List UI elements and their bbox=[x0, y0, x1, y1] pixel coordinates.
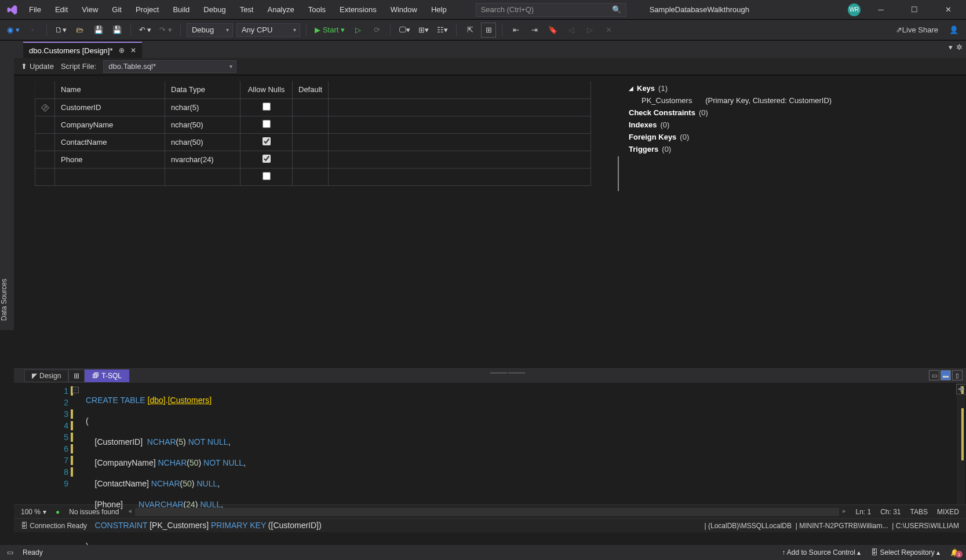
menu-window[interactable]: Window bbox=[385, 3, 423, 16]
repo-button[interactable]: 🗄 Select Repository ▴ bbox=[871, 548, 940, 557]
user-avatar[interactable]: WR bbox=[848, 3, 861, 16]
start-nodbg-button[interactable]: ▷ bbox=[351, 23, 366, 38]
pk-row[interactable]: PK_Customers (Primary Key, Clustered: Cu… bbox=[629, 94, 956, 107]
nulls-checkbox[interactable] bbox=[263, 137, 271, 145]
name-cell[interactable]: ContactName bbox=[55, 133, 165, 151]
overview-ruler[interactable] bbox=[957, 383, 965, 504]
data-sources-tab[interactable]: Data Sources bbox=[0, 41, 14, 330]
menu-file[interactable]: File bbox=[23, 3, 47, 16]
save-all-button[interactable]: 💾 bbox=[110, 23, 125, 38]
search-input[interactable]: Search (Ctrl+Q) 🔍 bbox=[476, 3, 626, 17]
close-button[interactable]: ✕ bbox=[935, 0, 961, 20]
table-row-new[interactable] bbox=[35, 168, 591, 185]
nulls-checkbox[interactable] bbox=[263, 103, 271, 111]
menu-debug[interactable]: Debug bbox=[198, 3, 231, 16]
type-cell[interactable]: nchar(50) bbox=[165, 116, 240, 133]
nav-back-button[interactable]: ◉ ▾ bbox=[5, 23, 22, 38]
col-header-type[interactable]: Data Type bbox=[165, 81, 240, 98]
undo-button[interactable]: ↶ ▾ bbox=[137, 23, 154, 38]
menu-extensions[interactable]: Extensions bbox=[334, 3, 382, 16]
indent-out-button[interactable]: ⇤ bbox=[508, 23, 523, 38]
h-scrollbar[interactable] bbox=[135, 508, 839, 516]
sql-editor[interactable]: 1− 2 3 4 5 6 7 8 9 CREATE TABLE [dbo].[C… bbox=[14, 383, 966, 504]
col-header-name[interactable]: Name bbox=[55, 81, 165, 98]
name-cell[interactable]: Phone bbox=[55, 151, 165, 168]
type-cell[interactable]: nchar(5) bbox=[165, 98, 240, 116]
tab-settings-icon[interactable]: ✲ bbox=[956, 43, 963, 52]
menu-test[interactable]: Test bbox=[234, 3, 260, 16]
pin-icon[interactable]: ⊕ bbox=[119, 46, 125, 54]
minimize-button[interactable]: ─ bbox=[867, 0, 894, 20]
script-file-dropdown[interactable]: dbo.Table.sql* bbox=[103, 60, 236, 73]
type-cell[interactable]: nchar(50) bbox=[165, 133, 240, 151]
align-button[interactable]: ⊞ bbox=[481, 23, 496, 38]
redo-button[interactable]: ↷ ▾ bbox=[157, 23, 174, 38]
default-cell[interactable] bbox=[293, 98, 329, 116]
caret-down-icon[interactable]: ◢ bbox=[629, 85, 633, 91]
col-header-default[interactable]: Default bbox=[293, 81, 329, 98]
type-cell[interactable]: nvarchar(24) bbox=[165, 151, 240, 168]
maximize-button[interactable]: ☐ bbox=[901, 0, 928, 20]
tsql-tab[interactable]: 🗊T-SQL bbox=[85, 369, 129, 382]
nulls-checkbox[interactable] bbox=[263, 155, 271, 163]
default-cell[interactable] bbox=[293, 116, 329, 133]
nulls-cell[interactable] bbox=[240, 116, 293, 133]
sql-text[interactable]: CREATE TABLE [dbo].[Customers] ( [Custom… bbox=[72, 383, 966, 504]
document-tab[interactable]: dbo.Customers [Design]* ⊕ ✕ bbox=[23, 42, 142, 58]
live-share-button[interactable]: ⇗ Live Share bbox=[894, 23, 941, 38]
name-cell[interactable]: CompanyName bbox=[55, 116, 165, 133]
columns-grid[interactable]: Name Data Type Allow Nulls Default ⚿ Cus… bbox=[14, 75, 616, 368]
fold-icon[interactable]: − bbox=[72, 387, 79, 393]
bm-next-button[interactable]: ▷ bbox=[582, 23, 597, 38]
open-button[interactable]: 🗁 bbox=[72, 23, 88, 38]
menu-view[interactable]: View bbox=[76, 3, 104, 16]
nulls-checkbox[interactable] bbox=[263, 120, 271, 128]
layout2-button[interactable]: ▬ bbox=[941, 370, 951, 380]
cursor-button[interactable]: ⇱ bbox=[462, 23, 477, 38]
bm-clear-button[interactable]: ✕ bbox=[601, 23, 616, 38]
split-editor-button[interactable]: ✚ bbox=[956, 384, 966, 394]
start-button[interactable]: ▶ Start ▾ bbox=[312, 23, 347, 38]
notifications-button[interactable]: 🔔1 bbox=[950, 548, 959, 557]
name-cell[interactable]: CustomerID bbox=[55, 98, 165, 116]
menu-tools[interactable]: Tools bbox=[302, 3, 331, 16]
source-control-button[interactable]: ↑ Add to Source Control ▴ bbox=[782, 548, 861, 557]
default-cell[interactable] bbox=[293, 133, 329, 151]
browser-link-button[interactable]: 🖵▾ bbox=[396, 23, 413, 38]
tab-dropdown-icon[interactable]: ▾ bbox=[949, 43, 953, 52]
menu-git[interactable]: Git bbox=[106, 3, 127, 16]
save-button[interactable]: 💾 bbox=[91, 23, 106, 38]
split-handle[interactable] bbox=[616, 75, 618, 368]
nav-fwd-button[interactable]: ◦ bbox=[25, 23, 41, 38]
design-tab[interactable]: ◤Design bbox=[24, 369, 68, 382]
layout-button[interactable]: ☷▾ bbox=[435, 23, 450, 38]
menu-edit[interactable]: Edit bbox=[49, 3, 74, 16]
layout3-button[interactable]: ▯ bbox=[952, 370, 963, 380]
table-row[interactable]: Phone nvarchar(24) bbox=[35, 151, 591, 168]
nulls-cell[interactable] bbox=[240, 151, 293, 168]
feedback-button[interactable]: 👤 bbox=[946, 23, 961, 38]
close-tab-icon[interactable]: ✕ bbox=[130, 46, 136, 54]
menu-build[interactable]: Build bbox=[167, 3, 195, 16]
hot-reload-button[interactable]: ⟳ bbox=[369, 23, 384, 38]
bookmark-button[interactable]: 🔖 bbox=[545, 23, 560, 38]
menu-analyze[interactable]: Analyze bbox=[261, 3, 300, 16]
col-header-nulls[interactable]: Allow Nulls bbox=[240, 81, 293, 98]
table-row[interactable]: CompanyName nchar(50) bbox=[35, 116, 591, 133]
layout1-button[interactable]: ▭ bbox=[929, 370, 939, 380]
nulls-cell[interactable] bbox=[240, 133, 293, 151]
nulls-cell[interactable] bbox=[240, 98, 293, 116]
default-cell[interactable] bbox=[293, 151, 329, 168]
config-dropdown[interactable]: Debug bbox=[187, 23, 233, 37]
menu-project[interactable]: Project bbox=[130, 3, 165, 16]
new-project-button[interactable]: 🗋▾ bbox=[53, 23, 69, 38]
table-row[interactable]: ContactName nchar(50) bbox=[35, 133, 591, 151]
script-button[interactable]: ⊞▾ bbox=[416, 23, 431, 38]
st-tab[interactable]: ⊞ bbox=[68, 369, 85, 382]
platform-dropdown[interactable]: Any CPU bbox=[236, 23, 300, 37]
menu-help[interactable]: Help bbox=[425, 3, 453, 16]
bm-prev-button[interactable]: ◁ bbox=[564, 23, 579, 38]
table-row[interactable]: ⚿ CustomerID nchar(5) bbox=[35, 98, 591, 116]
nulls-checkbox[interactable] bbox=[263, 172, 271, 180]
update-button[interactable]: ⬆ Update bbox=[21, 62, 54, 71]
